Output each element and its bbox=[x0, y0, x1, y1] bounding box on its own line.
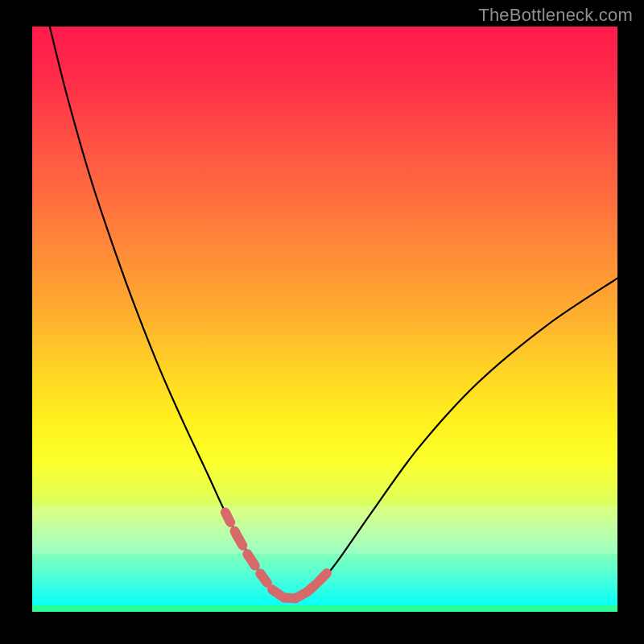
bottleneck-curve bbox=[50, 27, 617, 600]
chart-canvas: TheBottleneck.com bbox=[0, 0, 644, 644]
plot-area bbox=[32, 27, 617, 612]
watermark-text: TheBottleneck.com bbox=[478, 5, 633, 26]
highlight-markers bbox=[225, 512, 331, 598]
marker-segment bbox=[319, 569, 331, 581]
chart-svg bbox=[32, 27, 617, 612]
